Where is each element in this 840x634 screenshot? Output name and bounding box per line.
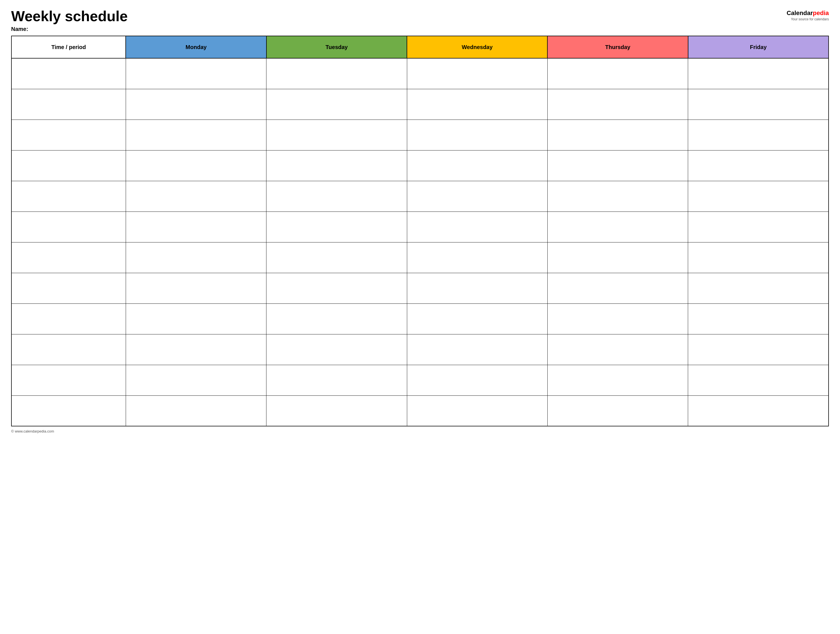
schedule-cell[interactable] (547, 150, 688, 181)
schedule-cell[interactable] (267, 396, 407, 426)
schedule-cell[interactable] (126, 365, 266, 396)
schedule-cell[interactable] (688, 58, 829, 89)
schedule-cell[interactable] (126, 242, 266, 273)
schedule-cell[interactable] (688, 181, 829, 211)
schedule-cell[interactable] (126, 120, 266, 150)
table-row (11, 89, 829, 120)
schedule-cell[interactable] (547, 120, 688, 150)
time-cell[interactable] (11, 150, 126, 181)
schedule-cell[interactable] (267, 58, 407, 89)
schedule-cell[interactable] (267, 181, 407, 211)
table-row (11, 120, 829, 150)
col-header-monday: Monday (126, 36, 266, 58)
schedule-cell[interactable] (688, 211, 829, 242)
schedule-cell[interactable] (267, 334, 407, 365)
logo-section: Calendarpedia Your source for calendars (786, 9, 829, 21)
schedule-cell[interactable] (267, 242, 407, 273)
schedule-cell[interactable] (407, 242, 547, 273)
time-cell[interactable] (11, 89, 126, 120)
schedule-cell[interactable] (688, 273, 829, 303)
schedule-cell[interactable] (407, 58, 547, 89)
table-row (11, 150, 829, 181)
schedule-cell[interactable] (688, 150, 829, 181)
col-header-tuesday: Tuesday (267, 36, 407, 58)
schedule-cell[interactable] (267, 211, 407, 242)
schedule-cell[interactable] (547, 273, 688, 303)
schedule-cell[interactable] (547, 242, 688, 273)
schedule-cell[interactable] (407, 120, 547, 150)
schedule-cell[interactable] (688, 89, 829, 120)
time-cell[interactable] (11, 365, 126, 396)
time-cell[interactable] (11, 303, 126, 334)
schedule-cell[interactable] (688, 365, 829, 396)
schedule-cell[interactable] (547, 396, 688, 426)
schedule-cell[interactable] (126, 334, 266, 365)
schedule-cell[interactable] (126, 58, 266, 89)
schedule-cell[interactable] (407, 273, 547, 303)
table-row (11, 365, 829, 396)
time-cell[interactable] (11, 120, 126, 150)
schedule-cell[interactable] (547, 89, 688, 120)
schedule-cell[interactable] (267, 120, 407, 150)
page-title: Weekly schedule (11, 8, 128, 24)
schedule-cell[interactable] (407, 365, 547, 396)
schedule-cell[interactable] (126, 303, 266, 334)
name-label: Name: (11, 26, 128, 32)
schedule-cell[interactable] (407, 303, 547, 334)
schedule-cell[interactable] (407, 89, 547, 120)
schedule-cell[interactable] (126, 396, 266, 426)
schedule-cell[interactable] (688, 303, 829, 334)
time-cell[interactable] (11, 58, 126, 89)
schedule-cell[interactable] (547, 303, 688, 334)
table-row (11, 273, 829, 303)
header-row: Time / period Monday Tuesday Wednesday T… (11, 36, 829, 58)
table-row (11, 396, 829, 426)
schedule-cell[interactable] (126, 181, 266, 211)
logo-pedia: pedia (813, 9, 829, 16)
schedule-cell[interactable] (407, 211, 547, 242)
table-row (11, 242, 829, 273)
table-row (11, 303, 829, 334)
logo: Calendarpedia (786, 9, 829, 17)
schedule-cell[interactable] (407, 334, 547, 365)
schedule-cell[interactable] (688, 120, 829, 150)
schedule-cell[interactable] (547, 365, 688, 396)
schedule-cell[interactable] (547, 211, 688, 242)
time-cell[interactable] (11, 396, 126, 426)
schedule-cell[interactable] (547, 181, 688, 211)
time-cell[interactable] (11, 181, 126, 211)
copyright: © www.calendarpedia.com (11, 429, 54, 433)
schedule-cell[interactable] (547, 334, 688, 365)
schedule-cell[interactable] (407, 396, 547, 426)
table-row (11, 334, 829, 365)
logo-tagline: Your source for calendars (791, 17, 829, 21)
title-section: Weekly schedule Name: (11, 8, 128, 32)
schedule-cell[interactable] (407, 150, 547, 181)
time-cell[interactable] (11, 242, 126, 273)
schedule-cell[interactable] (126, 89, 266, 120)
schedule-cell[interactable] (126, 211, 266, 242)
col-header-friday: Friday (688, 36, 829, 58)
schedule-cell[interactable] (267, 273, 407, 303)
header: Weekly schedule Name: Calendarpedia Your… (11, 8, 829, 32)
schedule-cell[interactable] (126, 150, 266, 181)
schedule-cell[interactable] (267, 150, 407, 181)
table-row (11, 211, 829, 242)
col-header-wednesday: Wednesday (407, 36, 547, 58)
schedule-cell[interactable] (407, 181, 547, 211)
logo-calendar: Calendar (786, 9, 813, 16)
time-cell[interactable] (11, 273, 126, 303)
schedule-cell[interactable] (126, 273, 266, 303)
time-cell[interactable] (11, 211, 126, 242)
schedule-cell[interactable] (688, 334, 829, 365)
schedule-cell[interactable] (688, 242, 829, 273)
schedule-cell[interactable] (688, 396, 829, 426)
time-cell[interactable] (11, 334, 126, 365)
col-header-thursday: Thursday (547, 36, 688, 58)
schedule-cell[interactable] (267, 303, 407, 334)
schedule-cell[interactable] (547, 58, 688, 89)
schedule-cell[interactable] (267, 89, 407, 120)
table-row (11, 181, 829, 211)
schedule-table: Time / period Monday Tuesday Wednesday T… (11, 36, 829, 426)
schedule-cell[interactable] (267, 365, 407, 396)
